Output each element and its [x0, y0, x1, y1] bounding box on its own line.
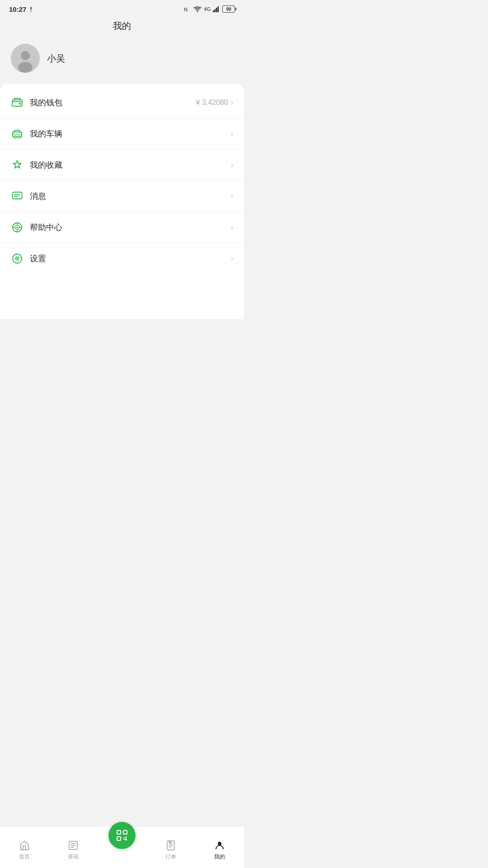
avatar-image: [11, 44, 40, 73]
svg-point-14: [19, 136, 21, 138]
help-arrow: ›: [231, 223, 233, 231]
wallet-label: 我的钱包: [30, 97, 196, 108]
username: 小吴: [47, 52, 65, 65]
menu-item-favorites[interactable]: 我的收藏 ›: [0, 150, 244, 181]
alert-icon: [28, 6, 34, 12]
status-icons: N 4G 99: [184, 5, 235, 13]
svg-rect-0: [31, 7, 32, 10]
page-title: 我的: [113, 21, 131, 31]
message-icon: [11, 190, 23, 203]
vehicle-arrow: ›: [231, 130, 233, 138]
wallet-icon: [11, 96, 23, 109]
wallet-arrow: ›: [231, 99, 233, 107]
settings-icon: [11, 252, 23, 265]
svg-point-9: [18, 62, 33, 73]
help-label: 帮助中心: [30, 222, 231, 233]
svg-rect-1: [31, 11, 32, 12]
avatar[interactable]: [11, 44, 40, 73]
nfc-icon: N: [184, 5, 191, 13]
signal-icon: [213, 6, 220, 12]
svg-rect-4: [215, 9, 216, 12]
svg-text:N: N: [184, 7, 188, 12]
svg-rect-15: [13, 192, 22, 199]
settings-label: 设置: [30, 253, 231, 264]
menu-item-settings[interactable]: 设置 ›: [0, 243, 244, 274]
vehicle-label: 我的车辆: [30, 128, 231, 139]
messages-arrow: ›: [231, 192, 233, 200]
svg-point-8: [21, 51, 30, 60]
page-header: 我的: [0, 16, 244, 39]
menu-item-messages[interactable]: 消息 ›: [0, 181, 244, 212]
main-card: 我的钱包 ¥ 3.42080 › 我的车辆 ›: [0, 84, 244, 319]
car-icon: [11, 127, 23, 140]
status-time: 10:27: [9, 5, 34, 13]
star-icon: [11, 159, 23, 171]
svg-rect-5: [216, 8, 217, 12]
svg-point-21: [16, 258, 18, 259]
status-bar: 10:27 N 4G 99: [0, 0, 244, 16]
menu-list: 我的钱包 ¥ 3.42080 › 我的车辆 ›: [0, 87, 244, 274]
menu-item-vehicle[interactable]: 我的车辆 ›: [0, 118, 244, 150]
profile-section[interactable]: 小吴: [0, 39, 244, 84]
menu-item-help[interactable]: 帮助中心 ›: [0, 212, 244, 243]
svg-rect-3: [213, 10, 214, 12]
svg-point-13: [14, 136, 16, 138]
help-icon: [11, 221, 23, 234]
wifi-icon: [193, 6, 202, 12]
svg-rect-11: [19, 103, 21, 105]
svg-rect-6: [218, 6, 219, 12]
settings-arrow: ›: [231, 255, 233, 263]
network-type: 4G: [204, 6, 211, 12]
favorites-arrow: ›: [231, 161, 233, 169]
battery-indicator: 99: [222, 5, 235, 13]
favorites-label: 我的收藏: [30, 160, 231, 170]
messages-label: 消息: [30, 191, 231, 202]
wallet-value: ¥ 3.42080: [196, 99, 228, 107]
svg-point-18: [16, 226, 18, 228]
menu-item-wallet[interactable]: 我的钱包 ¥ 3.42080 ›: [0, 87, 244, 118]
